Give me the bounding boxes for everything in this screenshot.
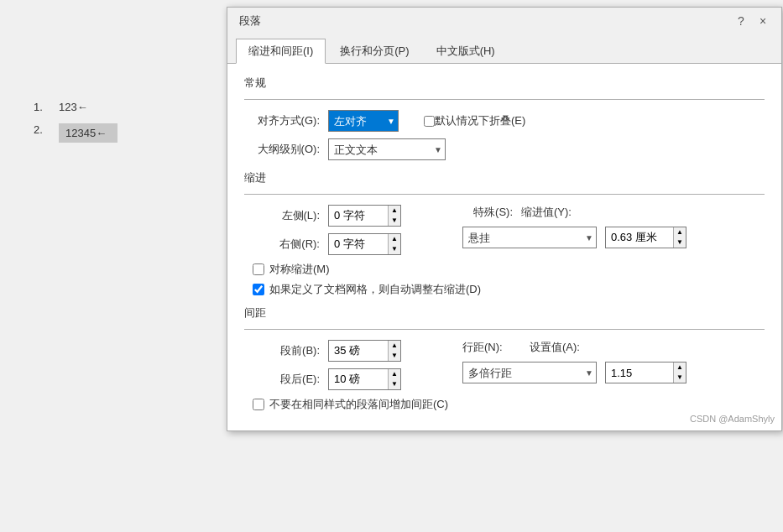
alignment-row: 对齐方式(G): 左对齐 居中 右对齐 两端对齐 分散对齐 ▼ 默认情况下折叠(… — [244, 110, 765, 132]
special-select-row: (无) 首行缩进 悬挂 ▼ ▲ ▼ — [462, 227, 686, 248]
before-spacing-row: 段前(B): ▲ ▼ — [244, 340, 429, 362]
before-spacing-spinner-btns: ▲ ▼ — [388, 341, 400, 361]
special-label: 特殊(S): — [462, 205, 521, 220]
right-indent-spinner-btns: ▲ ▼ — [388, 234, 400, 254]
after-spacing-down-btn[interactable]: ▼ — [389, 379, 400, 389]
line-spacing-select-row: 单倍行距 1.5倍行距 2倍行距 最小值 固定值 多倍行距 ▼ — [462, 362, 686, 383]
after-spacing-spinner-btns: ▲ ▼ — [388, 369, 400, 389]
indent-val-spinner-btns: ▲ ▼ — [673, 227, 686, 248]
before-spacing-up-btn[interactable]: ▲ — [389, 341, 400, 351]
symmetric-checkbox[interactable] — [253, 263, 264, 275]
line-spacing-label: 行距(N): — [462, 340, 521, 355]
right-indent-label: 右侧(R): — [244, 237, 328, 252]
list-num-1: 1. — [34, 101, 50, 113]
no-add-spacing-row: 不要在相同样式的段落间增加间距(C) — [244, 397, 765, 412]
title-bar: 段落 ? × — [227, 8, 781, 33]
outline-row: 大纲级别(O): 正文文本 1级 2级 3级 ▼ — [244, 138, 765, 160]
before-spacing-down-btn[interactable]: ▼ — [389, 351, 400, 361]
right-indent-row: 右侧(R): ▲ ▼ — [244, 233, 429, 255]
left-indent-spinner: ▲ ▼ — [328, 205, 401, 227]
dialog-title: 段落 — [239, 13, 261, 29]
special-select-wrapper: (无) 首行缩进 悬挂 ▼ — [462, 227, 597, 248]
right-indent-up-btn[interactable]: ▲ — [389, 234, 400, 244]
line-spacing-select-wrapper: 单倍行距 1.5倍行距 2倍行距 最小值 固定值 多倍行距 ▼ — [462, 362, 597, 383]
after-spacing-row: 段后(E): ▲ ▼ — [244, 368, 429, 390]
before-spacing-input[interactable] — [329, 341, 388, 361]
line-spacing-label-row: 行距(N): 设置值(A): — [462, 340, 686, 355]
special-row: 特殊(S): 缩进值(Y): — [462, 205, 686, 220]
help-button[interactable]: ? — [731, 13, 751, 29]
set-val-input[interactable] — [606, 362, 673, 383]
left-indent-label: 左侧(L): — [244, 208, 328, 223]
tab-indent-spacing[interactable]: 缩进和间距(I) — [236, 39, 326, 64]
set-val-down-btn[interactable]: ▼ — [674, 373, 686, 383]
list-text-2: 12345← — [59, 123, 117, 143]
document-background: 1. 123← 2. 12345← — [0, 0, 227, 532]
indent-val-down-btn[interactable]: ▼ — [674, 237, 686, 248]
left-indent-down-btn[interactable]: ▼ — [389, 216, 400, 226]
auto-adjust-checkbox[interactable] — [253, 284, 264, 295]
spacing-divider — [244, 329, 765, 330]
set-val-spinner: ▲ ▼ — [605, 362, 686, 383]
left-indent-spinner-btns: ▲ ▼ — [388, 206, 400, 226]
auto-adjust-row: 如果定义了文档网格，则自动调整右缩进(D) — [244, 282, 765, 297]
outline-label: 大纲级别(O): — [244, 142, 328, 157]
after-spacing-input[interactable] — [329, 369, 388, 389]
dialog-content: 常规 对齐方式(G): 左对齐 居中 右对齐 两端对齐 分散对齐 ▼ 默认情况下… — [227, 64, 781, 430]
list-item-1: 1. 123← — [34, 101, 210, 113]
set-val-up-btn[interactable]: ▲ — [674, 362, 686, 373]
right-indent-spinner: ▲ ▼ — [328, 233, 401, 255]
section-indent-header: 缩进 — [244, 170, 765, 185]
alignment-select-wrapper: 左对齐 居中 右对齐 两端对齐 分散对齐 ▼ — [328, 110, 399, 132]
list-item-2: 2. 12345← — [34, 123, 210, 143]
before-spacing-label: 段前(B): — [244, 343, 328, 358]
list-text-1: 123← — [59, 101, 88, 113]
section-spacing-header: 间距 — [244, 305, 765, 321]
left-indent-row: 左侧(L): ▲ ▼ — [244, 205, 429, 227]
indent-val-spinner: ▲ ▼ — [605, 227, 686, 248]
close-button[interactable]: × — [753, 13, 773, 29]
special-select[interactable]: (无) 首行缩进 悬挂 — [462, 227, 597, 248]
watermark: CSDN @AdamShyly — [690, 414, 775, 424]
left-indent-input[interactable] — [329, 206, 388, 226]
alignment-select[interactable]: 左对齐 居中 右对齐 两端对齐 分散对齐 — [328, 110, 399, 132]
line-spacing-select[interactable]: 单倍行距 1.5倍行距 2倍行距 最小值 固定值 多倍行距 — [462, 362, 597, 383]
symmetric-indent-row: 对称缩进(M) — [244, 262, 765, 277]
paragraph-dialog: 段落 ? × 缩进和间距(I) 换行和分页(P) 中文版式(H) 常规 对齐方式… — [227, 7, 782, 431]
tab-bar: 缩进和间距(I) 换行和分页(P) 中文版式(H) — [227, 33, 781, 64]
collapse-label[interactable]: 默认情况下折叠(E) — [435, 113, 525, 128]
section-general-header: 常规 — [244, 76, 765, 91]
tab-chinese-layout[interactable]: 中文版式(H) — [424, 39, 508, 64]
auto-adjust-label[interactable]: 如果定义了文档网格，则自动调整右缩进(D) — [269, 282, 481, 297]
after-spacing-label: 段后(E): — [244, 372, 328, 387]
title-buttons: ? × — [731, 13, 773, 29]
no-add-spacing-checkbox[interactable] — [253, 399, 264, 410]
indent-val-up-btn[interactable]: ▲ — [674, 227, 686, 237]
tab-line-break[interactable]: 换行和分页(P) — [327, 39, 421, 64]
no-add-spacing-label[interactable]: 不要在相同样式的段落间增加间距(C) — [269, 397, 448, 412]
indent-val-label: 缩进值(Y): — [521, 205, 597, 220]
after-spacing-spinner: ▲ ▼ — [328, 368, 401, 390]
indent-val-input[interactable] — [606, 227, 673, 248]
general-divider — [244, 99, 765, 100]
right-indent-down-btn[interactable]: ▼ — [389, 244, 400, 254]
symmetric-label[interactable]: 对称缩进(M) — [269, 262, 330, 277]
set-val-spinner-btns: ▲ ▼ — [673, 362, 686, 383]
outline-select[interactable]: 正文文本 1级 2级 3级 — [328, 138, 446, 160]
spacing-section: 间距 段前(B): ▲ ▼ — [244, 305, 765, 412]
set-val-label: 设置值(A): — [530, 340, 597, 355]
before-spacing-spinner: ▲ ▼ — [328, 340, 401, 362]
left-indent-up-btn[interactable]: ▲ — [389, 206, 400, 216]
indent-divider — [244, 194, 765, 195]
after-spacing-up-btn[interactable]: ▲ — [389, 369, 400, 379]
right-indent-input[interactable] — [329, 234, 388, 254]
list-num-2: 2. — [34, 123, 50, 136]
collapse-checkbox[interactable] — [424, 116, 435, 127]
outline-select-wrapper: 正文文本 1级 2级 3级 ▼ — [328, 138, 446, 160]
alignment-label: 对齐方式(G): — [244, 113, 328, 128]
